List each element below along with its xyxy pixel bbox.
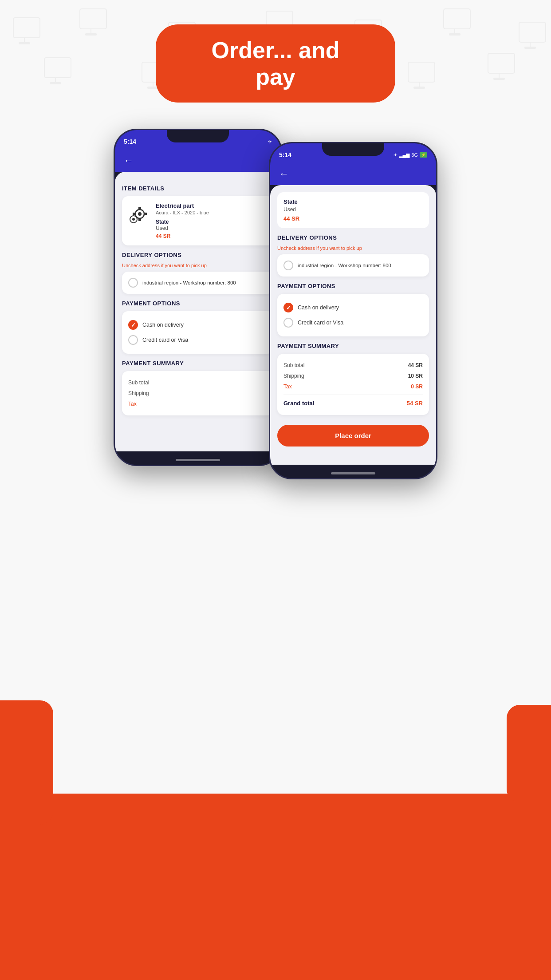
delivery-hint-right: Uncheck address if you want to pick up	[277, 245, 429, 251]
tax-value-right: 0 SR	[411, 383, 423, 390]
svg-rect-38	[138, 207, 141, 210]
svg-rect-33	[488, 53, 515, 73]
item-row: Electrical part Acura - ILX - 2020 - blu…	[128, 202, 268, 239]
item-info: Electrical part Acura - ILX - 2020 - blu…	[156, 202, 268, 239]
grand-total-row: Grand total 54 SR	[283, 398, 423, 409]
signal-bars-icon: ▂▄▆	[399, 152, 410, 158]
delivery-hint-left: Uncheck address if you want to pick up	[122, 263, 274, 268]
address-radio-left[interactable]	[128, 278, 138, 288]
svg-rect-20	[524, 47, 536, 49]
shipping-label-right: Shipping	[283, 373, 304, 379]
phone-notch-left	[167, 130, 229, 142]
summary-divider	[283, 395, 423, 395]
cash-radio-right[interactable]	[283, 303, 293, 312]
back-arrow-right[interactable]: ←	[279, 168, 289, 180]
item-details-title: ITEM DETAILS	[122, 185, 274, 192]
location-icon-right: ✈	[394, 152, 398, 158]
card-radio-left[interactable]	[128, 335, 138, 345]
address-radio-right[interactable]	[283, 261, 293, 270]
address-text-left: industrial region - Workshop number: 800	[142, 280, 236, 285]
card-label-left: Credit card or Visa	[142, 337, 188, 343]
svg-point-37	[138, 212, 142, 216]
header-title: Order... and pay	[212, 37, 340, 90]
tax-label-left: Tax	[128, 401, 137, 407]
top-state-card: State Used 44 SR	[277, 192, 429, 228]
phone-content-right: State Used 44 SR DELIVERY OPTIONS Unchec…	[270, 185, 436, 465]
phone-content-left: ITEM DETAILS	[115, 172, 281, 451]
grand-total-label: Grand total	[283, 400, 314, 407]
subtotal-label-left: Sub total	[128, 379, 149, 386]
header-banner: Order... and pay	[156, 24, 395, 103]
payment-row-cash-left: Cash on delivery	[128, 317, 268, 332]
phone-notch-right	[322, 143, 384, 156]
payment-summary-title-right: PAYMENT SUMMARY	[277, 343, 429, 349]
home-indicator-right	[331, 472, 375, 474]
summary-row-shipping-right: Shipping 10 SR	[283, 371, 423, 381]
orange-background	[0, 794, 551, 980]
cash-radio-left[interactable]	[128, 320, 138, 330]
svg-rect-39	[138, 218, 141, 221]
item-state-label: State	[156, 219, 268, 225]
svg-rect-2	[19, 42, 30, 44]
summary-row-tax-left: Tax	[128, 399, 268, 409]
payment-options-title-left: PAYMENT OPTIONS	[122, 300, 274, 307]
phone-right: 5:14 ✈ ▂▄▆ 3G ⚡ ← State Used 44 SR DELIV…	[269, 142, 437, 479]
svg-rect-0	[13, 18, 40, 38]
svg-rect-3	[80, 9, 106, 29]
delivery-card-left: industrial region - Workshop number: 800	[122, 272, 274, 294]
top-state-label: State	[283, 198, 423, 205]
app-header-left: ←	[115, 150, 281, 172]
electrical-part-icon	[128, 202, 151, 225]
item-name: Electrical part	[156, 202, 268, 209]
card-label-right: Credit card or Visa	[298, 320, 343, 326]
svg-rect-23	[50, 82, 61, 84]
svg-rect-40	[133, 213, 136, 215]
svg-rect-17	[449, 33, 460, 36]
delivery-options-title-right: DELIVERY OPTIONS	[277, 234, 429, 241]
place-order-button[interactable]: Place order	[277, 425, 429, 447]
svg-rect-5	[85, 33, 97, 36]
home-indicator-left	[176, 459, 220, 461]
payment-row-cash-right: Cash on delivery	[283, 300, 423, 315]
cash-label-right: Cash on delivery	[298, 304, 339, 311]
cash-label-left: Cash on delivery	[142, 322, 184, 328]
payment-row-card-left: Credit card or Visa	[128, 332, 268, 348]
subtotal-label-right: Sub total	[283, 362, 304, 368]
payment-summary-title-left: PAYMENT SUMMARY	[122, 360, 274, 367]
payment-summary-card-right: Sub total 44 SR Shipping 10 SR Tax 0 SR …	[277, 354, 429, 415]
battery-icon: ⚡	[420, 152, 427, 158]
delivery-options-title-left: DELIVERY OPTIONS	[122, 252, 274, 258]
top-price: 44 SR	[283, 215, 423, 222]
time-left: 5:14	[124, 138, 136, 145]
payment-options-title-right: PAYMENT OPTIONS	[277, 283, 429, 289]
svg-rect-15	[444, 9, 470, 29]
svg-rect-18	[519, 22, 546, 42]
address-row-left: industrial region - Workshop number: 800	[128, 278, 268, 288]
status-icons-right: ✈ ▂▄▆ 3G ⚡	[394, 152, 427, 158]
grand-total-value: 54 SR	[407, 400, 423, 407]
tax-label-right: Tax	[283, 383, 292, 390]
network-type: 3G	[411, 152, 418, 158]
svg-rect-21	[44, 58, 71, 78]
svg-point-43	[132, 218, 135, 221]
payment-summary-card-left: Sub total Shipping Tax	[122, 371, 274, 415]
subtotal-value-right: 44 SR	[408, 362, 423, 368]
summary-row-tax-right: Tax 0 SR	[283, 381, 423, 392]
item-price: 44 SR	[156, 233, 268, 239]
right-accent	[507, 705, 551, 802]
back-arrow-left[interactable]: ←	[124, 155, 134, 166]
payment-options-card-right: Cash on delivery Credit card or Visa	[277, 294, 429, 336]
summary-row-subtotal-left: Sub total	[128, 377, 268, 388]
delivery-card-right: industrial region - Workshop number: 800	[277, 254, 429, 277]
payment-row-card-right: Credit card or Visa	[283, 315, 423, 330]
phones-container: 5:14 ✈ ← ITEM DETAILS	[0, 129, 551, 479]
app-header-right: ←	[270, 163, 436, 185]
left-accent	[0, 700, 53, 825]
shipping-label-left: Shipping	[128, 390, 149, 396]
item-state-value: Used	[156, 225, 268, 231]
item-desc: Acura - ILX - 2020 - blue	[156, 210, 268, 215]
shipping-value-right: 10 SR	[408, 373, 423, 379]
time-right: 5:14	[279, 151, 291, 158]
card-radio-right[interactable]	[283, 318, 293, 328]
payment-options-card-left: Cash on delivery Credit card or Visa	[122, 311, 274, 354]
